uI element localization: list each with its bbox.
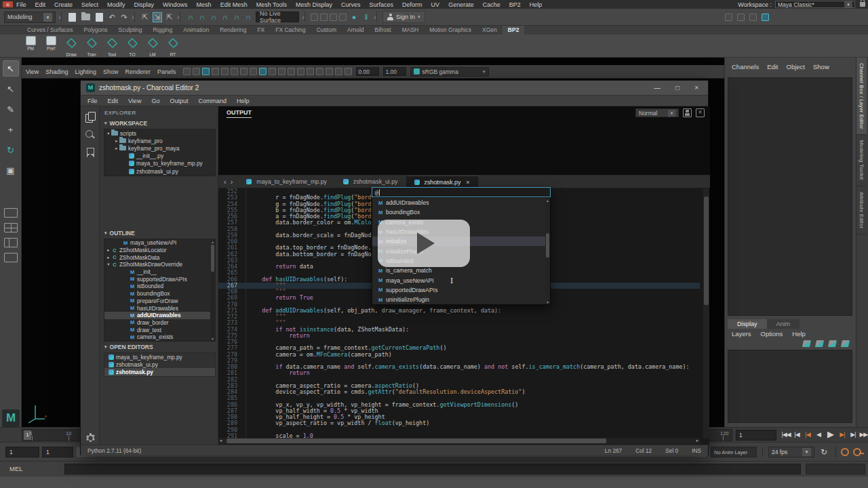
outline-item-adduidrawables[interactable]: MaddUIDrawables xyxy=(104,312,215,319)
go-to-end-button[interactable]: ▶▶| xyxy=(859,431,868,438)
viewport-menu-lighting[interactable]: Lighting xyxy=(75,68,96,75)
chevron-right-icon[interactable]: ▸ xyxy=(106,247,111,253)
chevron-down-icon[interactable]: ▾ xyxy=(106,262,111,267)
select-by-object-icon[interactable]: ⇲ xyxy=(153,12,162,22)
shelf-tab-mash[interactable]: MASH xyxy=(397,26,425,35)
tab-scroll-right-icon[interactable]: › xyxy=(231,178,233,186)
open-editor-zshotmask-ui-py[interactable]: zshotmask_ui.py xyxy=(104,361,215,368)
menu-mesh-tools[interactable]: Mesh Tools xyxy=(256,1,287,8)
autocomplete-item-boundingbox[interactable]: MboundingBox xyxy=(372,207,550,217)
outline-item-draw-border[interactable]: Mdraw_border xyxy=(104,319,215,327)
snap-to-grid-icon[interactable]: ∩ xyxy=(186,12,195,22)
output-mode-select[interactable]: Normal ▾ xyxy=(635,108,679,117)
select-tool-icon[interactable]: ↖ xyxy=(3,60,19,77)
layer-list-area[interactable] xyxy=(728,350,852,423)
select-by-hierarchy-icon[interactable]: ⇱ xyxy=(140,12,150,22)
playback-loop-icon[interactable]: ↻ xyxy=(821,447,827,457)
scroll-up-icon[interactable]: ▴ xyxy=(210,239,215,244)
display-render-globals-icon[interactable] xyxy=(339,14,347,21)
viewport-icon-10[interactable] xyxy=(278,68,285,75)
gear-icon[interactable] xyxy=(85,432,96,444)
command-language-toggle[interactable]: MEL xyxy=(9,465,23,472)
outline-item-hasuidrawables[interactable]: MhasUIDrawables xyxy=(104,304,215,312)
outliner-toggle-icon[interactable] xyxy=(725,14,732,21)
menu-surfaces[interactable]: Surfaces xyxy=(370,1,394,8)
channels-menu-channels[interactable]: Channels xyxy=(732,63,759,70)
playback-start-field[interactable]: 1 xyxy=(42,447,73,458)
menu-help[interactable]: Help xyxy=(530,1,542,8)
play-backwards-button[interactable]: ◀ xyxy=(814,431,823,438)
chevron-down-icon[interactable]: ▾ xyxy=(483,69,486,75)
outline-item-boundingbox[interactable]: MboundingBox xyxy=(104,290,215,298)
shelf-tab-fx[interactable]: FX xyxy=(252,26,270,35)
scrollbar-thumb[interactable] xyxy=(211,245,214,272)
viewport-icon-9[interactable] xyxy=(269,68,276,75)
code-line[interactable]: 281 return xyxy=(218,370,700,376)
clear-output-icon[interactable] xyxy=(696,108,705,117)
layers-menu-help[interactable]: Help xyxy=(792,330,806,338)
new-scene-icon[interactable] xyxy=(68,13,76,22)
shelf-item-pm[interactable]: PM xyxy=(22,35,39,57)
tree-item-zshotmask-ui-py[interactable]: zshotmask_ui.py xyxy=(104,167,215,175)
menu-file[interactable]: File xyxy=(16,1,26,8)
menu-bp2[interactable]: BP2 xyxy=(509,1,521,8)
workspace-section-header[interactable]: ▾ WORKSPACE xyxy=(100,118,218,128)
redo-icon[interactable]: ↷ xyxy=(119,12,129,22)
autocomplete-item-adduidrawables[interactable]: MaddUIDrawables xyxy=(372,198,550,207)
outline-section-header[interactable]: ▾ OUTLINE xyxy=(100,228,218,238)
viewport-icon-13[interactable] xyxy=(307,68,314,75)
chevron-right-icon[interactable]: ▸ xyxy=(114,146,119,151)
editor-menu-file[interactable]: File xyxy=(87,98,98,104)
viewport-icon-14[interactable] xyxy=(316,68,323,75)
outline-item-draw-text[interactable]: Mdraw_text xyxy=(104,326,215,333)
color-transform-select[interactable]: sRGB gamma ▾ xyxy=(410,67,489,77)
play-forwards-button[interactable]: ▶ xyxy=(825,429,836,439)
viewport-icon-8[interactable] xyxy=(259,68,267,75)
shelf-tab-fx-caching[interactable]: FX Caching xyxy=(270,26,311,35)
tree-item-maya-to-keyframe-mp-py[interactable]: maya_to_keyframe_mp.py xyxy=(104,160,215,167)
outline-item-supporteddrawapis[interactable]: MsupportedDrawAPIs xyxy=(104,275,215,283)
code-line[interactable]: 271 def addUIDrawables(self, obj_path, d… xyxy=(218,308,700,314)
layer-tab-display[interactable]: Display xyxy=(728,319,767,329)
render-icon[interactable] xyxy=(311,14,318,21)
autocomplete-scrollbar[interactable]: ▴ ▾ xyxy=(545,198,550,304)
autocomplete-item-maya-usenewapi[interactable]: Mmaya_useNewAPI xyxy=(372,275,550,285)
move-layer-down-icon[interactable] xyxy=(815,340,824,347)
toolbar-separator[interactable] xyxy=(134,12,135,22)
viewport-icon-4[interactable] xyxy=(221,68,229,75)
editor-tab-maya-to-keyframe-mp-py[interactable]: maya_to_keyframe_mp.py xyxy=(238,176,335,188)
step-forward-key-button[interactable]: ▶| xyxy=(837,431,847,438)
tree-item-keyframe-pro[interactable]: ▸keyframe_pro xyxy=(104,137,215,144)
tree-item-keyframe-pro-maya[interactable]: ▸keyframe_pro_maya xyxy=(104,144,215,152)
lock-icon[interactable] xyxy=(860,2,865,7)
scroll-left-icon[interactable]: ◂ xyxy=(220,438,222,443)
bookmark-icon[interactable] xyxy=(85,147,96,158)
explorer-icon[interactable] xyxy=(85,112,96,123)
lasso-tool-icon[interactable]: ↖ xyxy=(3,81,19,97)
toolbar-separator[interactable] xyxy=(376,12,377,22)
minimize-button[interactable]: — xyxy=(654,84,660,92)
layout-single-pane-icon[interactable] xyxy=(4,208,18,218)
editor-menu-edit[interactable]: Edit xyxy=(108,98,119,104)
channels-menu-show[interactable]: Show xyxy=(813,63,829,70)
viewport-icon-11[interactable] xyxy=(288,68,295,75)
viewport-menu-shading[interactable]: Shading xyxy=(45,68,68,75)
scrollbar-thumb[interactable] xyxy=(226,439,606,443)
code-line[interactable]: 284 device_aspect_ratio = cmds.getAttr("… xyxy=(218,389,700,395)
editor-titlebar[interactable]: M zshotmask.py - Charcoal Editor 2 — □ × xyxy=(81,81,708,96)
layout-persp-outliner-icon[interactable] xyxy=(4,238,18,247)
shelf-tab-custom[interactable]: Custom xyxy=(311,26,342,35)
shelf-tab-rendering[interactable]: Rendering xyxy=(214,26,252,35)
outline-item-isbounded[interactable]: MisBounded xyxy=(104,283,215,290)
chevron-down-icon[interactable]: ▾ xyxy=(668,110,675,117)
menu-mesh-display[interactable]: Mesh Display xyxy=(296,1,332,8)
maya-logo-icon[interactable]: ≣ xyxy=(3,1,13,7)
editor-menu-go[interactable]: Go xyxy=(151,98,159,104)
layers-menu-options[interactable]: Options xyxy=(761,330,783,338)
shelf-tab-motion-graphics[interactable]: Motion Graphics xyxy=(424,26,477,35)
render-sphere-icon[interactable]: ● xyxy=(349,12,359,22)
shelf-item-draw[interactable]: Draw xyxy=(62,35,80,57)
outline-item-init[interactable]: M__init__ xyxy=(104,268,215,276)
snap-to-curve-icon[interactable]: ∩ xyxy=(197,12,207,22)
editor-menu-help[interactable]: Help xyxy=(237,98,250,104)
